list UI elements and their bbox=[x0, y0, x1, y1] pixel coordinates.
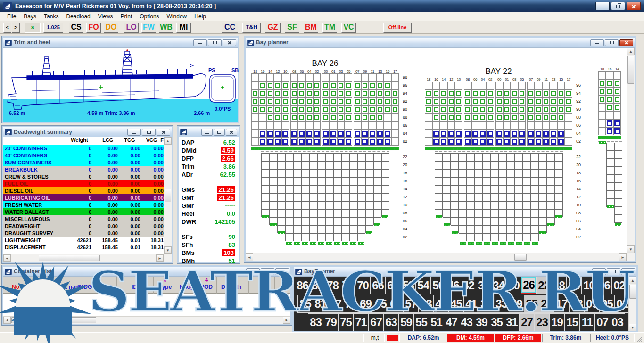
bay-cell[interactable] bbox=[527, 82, 535, 90]
bay-cell[interactable] bbox=[503, 138, 511, 146]
bay-cell[interactable] bbox=[557, 82, 565, 90]
bay-cell[interactable] bbox=[455, 138, 462, 146]
bay-cell[interactable] bbox=[337, 74, 345, 82]
bay-cell[interactable] bbox=[542, 114, 550, 122]
bay-cell[interactable] bbox=[523, 193, 531, 201]
bay-cell[interactable] bbox=[354, 98, 361, 106]
bay-cell[interactable] bbox=[325, 209, 333, 217]
bay-cell[interactable] bbox=[547, 161, 555, 169]
bay-cell[interactable] bbox=[269, 185, 277, 193]
toolbar--button[interactable]: > bbox=[12, 23, 20, 33]
bay-cell[interactable] bbox=[365, 185, 373, 193]
bay-cell[interactable] bbox=[459, 201, 467, 209]
bay-cell[interactable] bbox=[507, 201, 515, 209]
bay-cell[interactable] bbox=[293, 153, 301, 161]
close-button[interactable] bbox=[226, 129, 237, 136]
menu-deadload[interactable]: Deadload bbox=[62, 12, 94, 21]
bay-cell[interactable] bbox=[330, 130, 337, 138]
toolbar-vc-button[interactable]: VC bbox=[341, 23, 356, 33]
bay-cell[interactable] bbox=[614, 183, 622, 191]
bay-cell[interactable] bbox=[527, 106, 535, 114]
bay-cell[interactable] bbox=[266, 138, 274, 146]
bay-cell[interactable] bbox=[447, 122, 455, 130]
bay-cell[interactable] bbox=[451, 217, 459, 225]
maximize-button[interactable] bbox=[208, 39, 222, 46]
bay-cell[interactable] bbox=[259, 82, 266, 90]
bay-cell[interactable] bbox=[266, 106, 274, 114]
bay-cell[interactable] bbox=[447, 130, 455, 138]
bay-cell[interactable] bbox=[391, 74, 399, 82]
bay-cell[interactable] bbox=[499, 209, 507, 217]
bay-cell[interactable] bbox=[475, 225, 483, 233]
bay-cell[interactable] bbox=[491, 233, 499, 241]
bay-cell[interactable] bbox=[483, 225, 491, 233]
bay-cell[interactable] bbox=[325, 161, 333, 169]
bay-cell[interactable] bbox=[614, 167, 622, 175]
bay-cell[interactable] bbox=[251, 130, 259, 138]
bay-cell[interactable] bbox=[455, 106, 462, 114]
bay-cell[interactable] bbox=[539, 217, 547, 225]
bay-cell[interactable] bbox=[565, 122, 572, 130]
bay-cell[interactable] bbox=[503, 130, 511, 138]
bay-cell[interactable] bbox=[391, 122, 399, 130]
bay-cell[interactable] bbox=[381, 177, 389, 185]
bay-cell[interactable] bbox=[341, 193, 349, 201]
bay-cell[interactable] bbox=[305, 130, 313, 138]
bay-cell[interactable] bbox=[391, 138, 399, 146]
bay-cell[interactable] bbox=[290, 114, 298, 122]
bay-cell[interactable] bbox=[475, 185, 483, 193]
bay-cell[interactable] bbox=[515, 177, 523, 185]
bay-cell[interactable] bbox=[325, 201, 333, 209]
bay-cell[interactable] bbox=[305, 138, 313, 146]
bay-cell[interactable] bbox=[322, 82, 330, 90]
bay-cell[interactable] bbox=[313, 114, 321, 122]
bay-cell[interactable] bbox=[459, 217, 467, 225]
bay-cell[interactable] bbox=[341, 185, 349, 193]
bay-cell[interactable] bbox=[511, 98, 518, 106]
bay-cell[interactable] bbox=[293, 193, 301, 201]
bay-cell[interactable] bbox=[277, 193, 285, 201]
bay-cell[interactable] bbox=[274, 130, 281, 138]
bay-cell[interactable] bbox=[251, 98, 259, 106]
bay-cell[interactable] bbox=[491, 169, 499, 177]
bay-cell[interactable] bbox=[523, 217, 531, 225]
deadweight-titlebar[interactable]: Deadweight summary bbox=[3, 127, 172, 137]
bay-cell[interactable] bbox=[251, 90, 259, 98]
bay-cell[interactable] bbox=[479, 114, 487, 122]
bay-cell[interactable] bbox=[467, 217, 475, 225]
bay-cell[interactable] bbox=[290, 138, 298, 146]
bay-cell[interactable] bbox=[277, 169, 285, 177]
bay-cell[interactable] bbox=[443, 153, 451, 161]
bay-cell[interactable] bbox=[425, 130, 432, 138]
toolbar-th-button[interactable]: T&H bbox=[242, 23, 261, 33]
bay-cell[interactable] bbox=[535, 122, 542, 130]
bay-cell[interactable] bbox=[503, 114, 511, 122]
bay-cell[interactable] bbox=[435, 193, 443, 201]
bay-cell[interactable] bbox=[333, 201, 341, 209]
bay-cell[interactable] bbox=[440, 114, 447, 122]
bay-cell[interactable] bbox=[511, 106, 518, 114]
bay-cell[interactable] bbox=[325, 177, 333, 185]
bay-cell[interactable] bbox=[495, 130, 503, 138]
bay-cell[interactable] bbox=[523, 233, 531, 241]
bay-cell[interactable] bbox=[455, 114, 462, 122]
bay-cell[interactable] bbox=[440, 82, 447, 90]
bay-cell[interactable] bbox=[539, 201, 547, 209]
bay-cell[interactable] bbox=[309, 153, 317, 161]
bay-cell[interactable] bbox=[325, 225, 333, 233]
bay-cell[interactable] bbox=[293, 161, 301, 169]
bay-cell[interactable] bbox=[515, 201, 523, 209]
bay-cell[interactable] bbox=[531, 217, 539, 225]
bay-cell[interactable] bbox=[322, 90, 330, 98]
bay-cell[interactable] bbox=[531, 233, 539, 241]
bay-cell[interactable] bbox=[518, 98, 526, 106]
bay-cell[interactable] bbox=[313, 122, 321, 130]
bay-cell[interactable] bbox=[259, 106, 266, 114]
bay-cell[interactable] bbox=[491, 177, 499, 185]
bay-cell[interactable] bbox=[357, 193, 365, 201]
bay-cell[interactable] bbox=[301, 201, 309, 209]
bay-cell[interactable] bbox=[613, 71, 621, 79]
bay-cell[interactable] bbox=[539, 161, 547, 169]
bay-cell[interactable] bbox=[531, 169, 539, 177]
bay-cell[interactable] bbox=[464, 114, 471, 122]
